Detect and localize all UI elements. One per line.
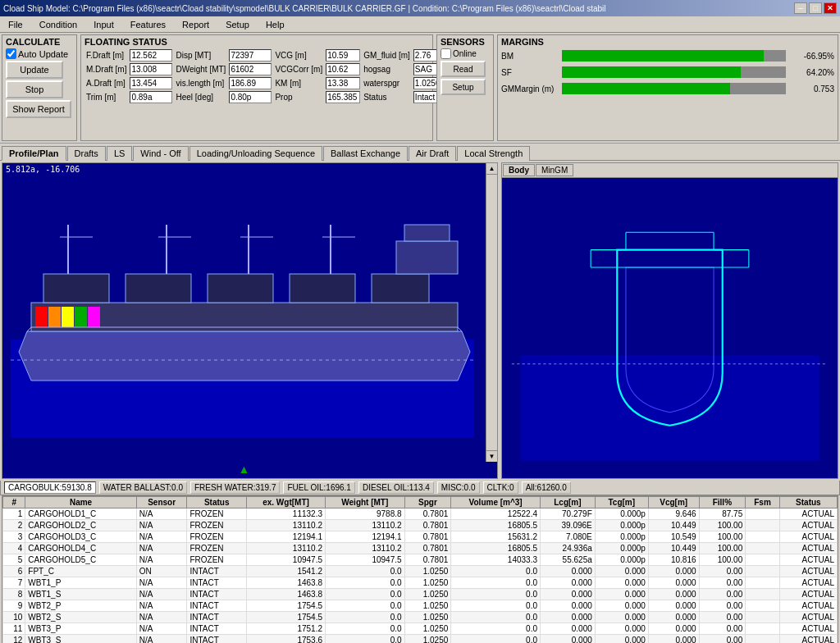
- menubar: FileConditionInputFeaturesReportSetupHel…: [0, 16, 840, 33]
- table-cell: ACTUAL: [779, 566, 837, 577]
- menu-item-setup[interactable]: Setup: [221, 18, 254, 31]
- ship-view-scrollbar[interactable]: ▲ ▼: [486, 163, 497, 462]
- table-cell: 0.0: [326, 589, 405, 600]
- fs-input-prop[interactable]: [324, 90, 362, 104]
- cargo-item[interactable]: FUEL OIL:1696.1: [283, 481, 354, 494]
- table-cell: [746, 623, 780, 635]
- table-row[interactable]: 5CARGOHOLD5_CN/AFROZEN10947.510947.50.78…: [3, 554, 838, 566]
- margin-bar: [562, 50, 764, 62]
- table-cell: 13110.2: [326, 520, 405, 531]
- read-button[interactable]: Read: [441, 61, 486, 77]
- tab-drafts[interactable]: Drafts: [67, 146, 106, 161]
- table-cell: [746, 577, 780, 589]
- cargo-item[interactable]: MISC:0.0: [437, 481, 480, 494]
- close-button[interactable]: ✕: [824, 2, 837, 14]
- fs-input-mdraft[interactable]: [128, 62, 174, 76]
- fs-input-vcg[interactable]: [324, 48, 362, 62]
- scroll-up-btn[interactable]: ▲: [486, 163, 497, 175]
- table-cell: 10947.5: [326, 554, 405, 566]
- cargo-item[interactable]: All:61260.0: [522, 481, 571, 494]
- table-cell: 1754.5: [247, 600, 326, 612]
- table-cell: WBT1_S: [25, 589, 136, 600]
- table-cell: ACTUAL: [779, 577, 837, 589]
- tab-body[interactable]: Body: [503, 164, 535, 176]
- tab-wind---off[interactable]: Wind - Off: [133, 146, 188, 161]
- cargo-item[interactable]: CARGOBULK:59130.8: [4, 481, 96, 494]
- table-cell: INTACT: [187, 635, 247, 644]
- table-row[interactable]: 1CARGOHOLD1_CN/AFROZEN11132.39788.80.780…: [3, 508, 838, 520]
- fs-input-fdraft[interactable]: [128, 48, 174, 62]
- table-row[interactable]: 10WBT2_SN/AINTACT1754.50.01.02500.00.000…: [3, 612, 838, 623]
- table-cell: 12194.1: [326, 531, 405, 543]
- data-table-area[interactable]: #NameSensorStatusex. Wgt[MT]Weight [MT]S…: [2, 495, 838, 643]
- online-checkbox[interactable]: [441, 48, 451, 59]
- fs-input-dweight[interactable]: [227, 62, 273, 76]
- setup-button[interactable]: Setup: [441, 79, 486, 95]
- table-row[interactable]: 8WBT1_SN/AINTACT1463.80.01.02500.00.0000…: [3, 589, 838, 600]
- table-cell: INTACT: [187, 589, 247, 600]
- table-cell: [746, 600, 780, 612]
- margin-bar-container: [562, 66, 786, 78]
- menu-item-features[interactable]: Features: [126, 18, 171, 31]
- menu-item-help[interactable]: Help: [261, 18, 290, 31]
- table-cell: 0.00: [699, 635, 746, 644]
- tab-local-strength[interactable]: Local Strength: [457, 146, 530, 161]
- table-cell: 0.000: [541, 623, 596, 635]
- fs-input-vislength[interactable]: [227, 76, 273, 90]
- table-row[interactable]: 7WBT1_PN/AINTACT1463.80.01.02500.00.0000…: [3, 577, 838, 589]
- cargo-item[interactable]: CLTK:0: [483, 481, 518, 494]
- tab-mingm[interactable]: MinGM: [536, 164, 573, 176]
- table-row[interactable]: 12WBT3_SN/AINTACT1753.60.01.02500.00.000…: [3, 635, 838, 644]
- tab-profile/plan[interactable]: Profile/Plan: [2, 146, 66, 161]
- show-report-button[interactable]: Show Report: [6, 100, 71, 118]
- table-row[interactable]: 9WBT2_PN/AINTACT1754.50.01.02500.00.0000…: [3, 600, 838, 612]
- menu-item-input[interactable]: Input: [89, 18, 118, 31]
- table-cell: 1751.2: [247, 623, 326, 635]
- auto-update-checkbox[interactable]: [6, 48, 16, 59]
- fs-input-vcgcorr[interactable]: [324, 62, 362, 76]
- table-cell: WBT1_P: [25, 577, 136, 589]
- minimize-button[interactable]: ─: [794, 2, 807, 14]
- table-cell: 7.080E: [541, 531, 596, 543]
- table-cell: 10.549: [648, 531, 699, 543]
- menu-item-report[interactable]: Report: [177, 18, 214, 31]
- fs-input-heel[interactable]: [227, 90, 273, 104]
- table-cell: 0.0: [326, 623, 405, 635]
- tab-air-draft[interactable]: Air Draft: [409, 146, 456, 161]
- fs-input-km[interactable]: [324, 76, 362, 90]
- table-cell: 0.000: [648, 600, 699, 612]
- tab-loading/unloading-sequence[interactable]: Loading/Unloading Sequence: [189, 146, 322, 161]
- table-cell: 1.0250: [404, 589, 451, 600]
- stop-button[interactable]: Stop: [6, 80, 63, 98]
- table-cell: [746, 589, 780, 600]
- table-row[interactable]: 2CARGOHOLD2_CN/AFROZEN13110.213110.20.78…: [3, 520, 838, 531]
- tab-ls[interactable]: LS: [107, 146, 132, 161]
- maximize-button[interactable]: □: [809, 2, 822, 14]
- table-cell: CARGOHOLD3_C: [25, 531, 136, 543]
- fs-input-trim[interactable]: [128, 90, 174, 104]
- fs-input-adraft[interactable]: [128, 76, 174, 90]
- table-cell: 1463.8: [247, 589, 326, 600]
- table-row[interactable]: 6FPT_CONINTACT1541.20.01.02500.00.0000.0…: [3, 566, 838, 577]
- table-row[interactable]: 4CARGOHOLD4_CN/AFROZEN13110.213110.20.78…: [3, 543, 838, 554]
- menu-item-condition[interactable]: Condition: [34, 18, 82, 31]
- table-cell: 7: [3, 577, 25, 589]
- margin-label: BM: [501, 52, 559, 61]
- table-cell: 9.646: [648, 508, 699, 520]
- table-cell: ACTUAL: [779, 589, 837, 600]
- cargo-item[interactable]: WATER BALLAST:0.0: [99, 481, 187, 494]
- body-tab-bar: Body MinGM: [502, 163, 838, 178]
- cargo-item[interactable]: DIESEL OIL:113.4: [358, 481, 434, 494]
- table-row[interactable]: 11WBT3_PN/AINTACT1751.20.01.02500.00.000…: [3, 623, 838, 635]
- fs-input-disp[interactable]: [227, 48, 273, 62]
- menu-item-file[interactable]: File: [3, 18, 28, 31]
- column-header: Weight [MT]: [326, 497, 405, 508]
- column-header: Status: [187, 497, 247, 508]
- cargo-item[interactable]: FRESH WATER:319.7: [190, 481, 280, 494]
- tab-ballast-exchange[interactable]: Ballast Exchange: [323, 146, 408, 161]
- table-cell: 11132.3: [247, 508, 326, 520]
- update-button[interactable]: Update: [6, 61, 63, 79]
- fs-row-3: A.Draft [m] vis.length [m] KM [m] waters…: [84, 76, 446, 90]
- scroll-down-btn[interactable]: ▼: [486, 450, 497, 462]
- table-row[interactable]: 3CARGOHOLD3_CN/AFROZEN12194.112194.10.78…: [3, 531, 838, 543]
